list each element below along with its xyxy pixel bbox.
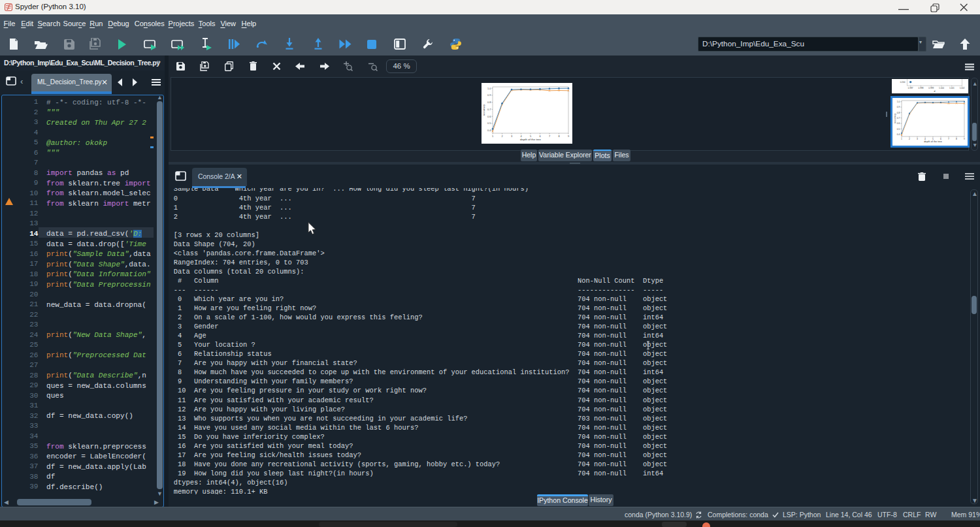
svg-text:0.7: 0.7 [487,108,491,111]
svg-text:0.998: 0.998 [919,87,924,89]
svg-text:6: 6 [940,138,941,140]
svg-text:1.002: 1.002 [960,87,965,89]
svg-text:0.7: 0.7 [897,117,900,120]
svg-text:7: 7 [948,138,949,140]
svg-text:0.9: 0.9 [487,93,491,97]
svg-text:1.0: 1.0 [897,101,900,103]
svg-text:1.001: 1.001 [949,87,955,89]
svg-text:0.8: 0.8 [897,112,900,114]
svg-text:0.200: 0.200 [900,81,906,84]
svg-text:5: 5 [932,138,934,140]
svg-text:accuracy: accuracy [482,104,485,116]
svg-text:3: 3 [917,138,918,140]
svg-text:0.997: 0.997 [908,87,913,89]
svg-text:accuracy: accuracy [894,114,896,123]
svg-text:8: 8 [956,138,957,140]
svg-text:1.000: 1.000 [939,87,944,89]
svg-text:9: 9 [964,138,965,140]
svg-text:0.5: 0.5 [487,121,491,125]
svg-text:2: 2 [909,138,910,140]
svg-text:1.0: 1.0 [487,87,491,90]
svg-text:d: d [934,90,935,93]
svg-text:0.9: 0.9 [897,106,900,108]
svg-text:4: 4 [924,138,926,140]
svg-text:0.6: 0.6 [897,122,900,125]
svg-text:0.4: 0.4 [897,133,900,136]
svg-text:0.5: 0.5 [897,128,900,131]
svg-text:depth of the tree: depth of the tree [520,138,542,141]
svg-text:depth of the tree: depth of the tree [924,140,942,143]
svg-text:1: 1 [901,138,902,140]
svg-text:0.4: 0.4 [487,129,491,132]
svg-text:0.999: 0.999 [928,87,934,89]
svg-text:0.6: 0.6 [487,115,491,118]
svg-text:0.8: 0.8 [487,101,491,104]
